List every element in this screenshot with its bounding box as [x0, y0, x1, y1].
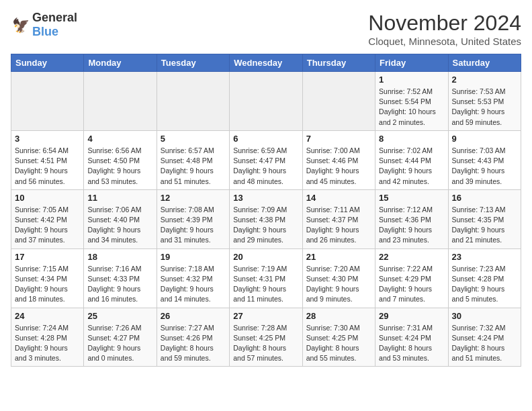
calendar-cell: 9Sunrise: 7:03 AMSunset: 4:43 PMDaylight…	[448, 130, 521, 189]
day-number: 25	[87, 311, 152, 321]
calendar-cell	[84, 72, 157, 131]
day-number: 24	[15, 311, 80, 321]
day-number: 15	[379, 193, 444, 203]
calendar-cell: 19Sunrise: 7:18 AMSunset: 4:32 PMDayligh…	[157, 248, 229, 308]
logo-bird-icon: 🦅	[12, 15, 32, 35]
logo-blue-text: Blue	[32, 25, 58, 38]
day-number: 27	[233, 311, 298, 321]
day-number: 12	[161, 193, 226, 203]
day-number: 13	[233, 193, 298, 203]
day-number: 30	[452, 311, 517, 321]
day-info: Sunrise: 7:20 AMSunset: 4:30 PMDaylight:…	[306, 264, 371, 305]
day-info: Sunrise: 7:30 AMSunset: 4:25 PMDaylight:…	[306, 323, 371, 364]
calendar-week-row: 3Sunrise: 6:54 AMSunset: 4:51 PMDaylight…	[11, 130, 521, 189]
day-number: 18	[87, 252, 152, 262]
day-info: Sunrise: 6:56 AMSunset: 4:50 PMDaylight:…	[87, 146, 152, 187]
calendar-cell: 21Sunrise: 7:20 AMSunset: 4:30 PMDayligh…	[302, 248, 375, 308]
calendar-cell: 30Sunrise: 7:32 AMSunset: 4:24 PMDayligh…	[448, 308, 521, 367]
calendar-cell: 16Sunrise: 7:13 AMSunset: 4:35 PMDayligh…	[448, 189, 521, 248]
day-info: Sunrise: 7:53 AMSunset: 5:53 PMDaylight:…	[452, 87, 517, 128]
day-number: 9	[452, 134, 517, 144]
calendar-cell: 15Sunrise: 7:12 AMSunset: 4:36 PMDayligh…	[375, 189, 448, 248]
calendar-cell: 27Sunrise: 7:28 AMSunset: 4:25 PMDayligh…	[230, 308, 302, 367]
day-number: 23	[452, 252, 517, 262]
day-number: 6	[233, 134, 298, 144]
calendar-cell: 4Sunrise: 6:56 AMSunset: 4:50 PMDaylight…	[84, 130, 157, 189]
logo: 🦅 General Blue	[11, 11, 77, 39]
title-area: November 2024 Cloquet, Minnesota, United…	[368, 11, 521, 47]
day-info: Sunrise: 7:03 AMSunset: 4:43 PMDaylight:…	[452, 146, 517, 187]
day-number: 26	[161, 311, 226, 321]
day-number: 14	[306, 193, 371, 203]
day-info: Sunrise: 7:00 AMSunset: 4:46 PMDaylight:…	[306, 146, 371, 187]
calendar-cell: 22Sunrise: 7:22 AMSunset: 4:29 PMDayligh…	[375, 248, 448, 308]
calendar-cell: 17Sunrise: 7:15 AMSunset: 4:34 PMDayligh…	[11, 248, 84, 308]
weekday-header-wednesday: Wednesday	[230, 54, 302, 72]
calendar-cell: 6Sunrise: 6:59 AMSunset: 4:47 PMDaylight…	[230, 130, 302, 189]
day-info: Sunrise: 7:19 AMSunset: 4:31 PMDaylight:…	[233, 264, 298, 305]
day-info: Sunrise: 6:54 AMSunset: 4:51 PMDaylight:…	[15, 146, 80, 187]
calendar-cell: 24Sunrise: 7:24 AMSunset: 4:28 PMDayligh…	[11, 308, 84, 367]
calendar-cell: 28Sunrise: 7:30 AMSunset: 4:25 PMDayligh…	[302, 308, 375, 367]
calendar-cell: 20Sunrise: 7:19 AMSunset: 4:31 PMDayligh…	[230, 248, 302, 308]
calendar-cell: 26Sunrise: 7:27 AMSunset: 4:26 PMDayligh…	[157, 308, 229, 367]
calendar-table: SundayMondayTuesdayWednesdayThursdayFrid…	[11, 54, 521, 367]
day-number: 21	[306, 252, 371, 262]
calendar-cell: 29Sunrise: 7:31 AMSunset: 4:24 PMDayligh…	[375, 308, 448, 367]
day-number: 5	[161, 134, 226, 144]
day-number: 16	[452, 193, 517, 203]
day-number: 22	[379, 252, 444, 262]
logo-general-text: General	[32, 11, 77, 24]
day-info: Sunrise: 7:18 AMSunset: 4:32 PMDaylight:…	[161, 264, 226, 305]
day-number: 7	[306, 134, 371, 144]
day-info: Sunrise: 6:59 AMSunset: 4:47 PMDaylight:…	[233, 146, 298, 187]
day-number: 8	[379, 134, 444, 144]
day-number: 11	[87, 193, 152, 203]
day-number: 10	[15, 193, 80, 203]
calendar-cell: 12Sunrise: 7:08 AMSunset: 4:39 PMDayligh…	[157, 189, 229, 248]
day-info: Sunrise: 7:13 AMSunset: 4:35 PMDaylight:…	[452, 205, 517, 246]
day-info: Sunrise: 7:11 AMSunset: 4:37 PMDaylight:…	[306, 205, 371, 246]
calendar-week-row: 24Sunrise: 7:24 AMSunset: 4:28 PMDayligh…	[11, 308, 521, 367]
day-info: Sunrise: 7:08 AMSunset: 4:39 PMDaylight:…	[161, 205, 226, 246]
calendar-cell: 11Sunrise: 7:06 AMSunset: 4:40 PMDayligh…	[84, 189, 157, 248]
calendar-cell: 5Sunrise: 6:57 AMSunset: 4:48 PMDaylight…	[157, 130, 229, 189]
calendar-cell: 3Sunrise: 6:54 AMSunset: 4:51 PMDaylight…	[11, 130, 84, 189]
weekday-header-sunday: Sunday	[11, 54, 84, 72]
day-info: Sunrise: 7:31 AMSunset: 4:24 PMDaylight:…	[379, 323, 444, 364]
day-number: 1	[379, 75, 444, 85]
calendar-week-row: 17Sunrise: 7:15 AMSunset: 4:34 PMDayligh…	[11, 248, 521, 308]
day-info: Sunrise: 7:12 AMSunset: 4:36 PMDaylight:…	[379, 205, 444, 246]
day-number: 19	[161, 252, 226, 262]
calendar-cell: 13Sunrise: 7:09 AMSunset: 4:38 PMDayligh…	[230, 189, 302, 248]
day-info: Sunrise: 7:52 AMSunset: 5:54 PMDaylight:…	[379, 87, 444, 128]
day-number: 29	[379, 311, 444, 321]
calendar-cell: 7Sunrise: 7:00 AMSunset: 4:46 PMDaylight…	[302, 130, 375, 189]
day-info: Sunrise: 7:26 AMSunset: 4:27 PMDaylight:…	[87, 323, 152, 364]
day-info: Sunrise: 7:28 AMSunset: 4:25 PMDaylight:…	[233, 323, 298, 364]
day-info: Sunrise: 7:05 AMSunset: 4:42 PMDaylight:…	[15, 205, 80, 246]
calendar-cell: 2Sunrise: 7:53 AMSunset: 5:53 PMDaylight…	[448, 72, 521, 131]
day-info: Sunrise: 7:22 AMSunset: 4:29 PMDaylight:…	[379, 264, 444, 305]
day-info: Sunrise: 7:27 AMSunset: 4:26 PMDaylight:…	[161, 323, 226, 364]
calendar-cell	[11, 72, 84, 131]
svg-text:🦅: 🦅	[12, 17, 30, 34]
calendar-cell	[302, 72, 375, 131]
calendar-cell: 10Sunrise: 7:05 AMSunset: 4:42 PMDayligh…	[11, 189, 84, 248]
day-number: 3	[15, 134, 80, 144]
calendar-week-row: 1Sunrise: 7:52 AMSunset: 5:54 PMDaylight…	[11, 72, 521, 131]
day-info: Sunrise: 7:09 AMSunset: 4:38 PMDaylight:…	[233, 205, 298, 246]
calendar-cell	[230, 72, 302, 131]
weekday-header-tuesday: Tuesday	[157, 54, 229, 72]
day-number: 2	[452, 75, 517, 85]
month-title: November 2024	[368, 11, 521, 36]
day-info: Sunrise: 7:32 AMSunset: 4:24 PMDaylight:…	[452, 323, 517, 364]
header: 🦅 General Blue November 2024 Cloquet, Mi…	[11, 11, 521, 47]
calendar-cell: 14Sunrise: 7:11 AMSunset: 4:37 PMDayligh…	[302, 189, 375, 248]
day-info: Sunrise: 7:24 AMSunset: 4:28 PMDaylight:…	[15, 323, 80, 364]
calendar-cell: 8Sunrise: 7:02 AMSunset: 4:44 PMDaylight…	[375, 130, 448, 189]
weekday-header-saturday: Saturday	[448, 54, 521, 72]
day-info: Sunrise: 7:15 AMSunset: 4:34 PMDaylight:…	[15, 264, 80, 305]
calendar-cell: 23Sunrise: 7:23 AMSunset: 4:28 PMDayligh…	[448, 248, 521, 308]
day-info: Sunrise: 7:23 AMSunset: 4:28 PMDaylight:…	[452, 264, 517, 305]
